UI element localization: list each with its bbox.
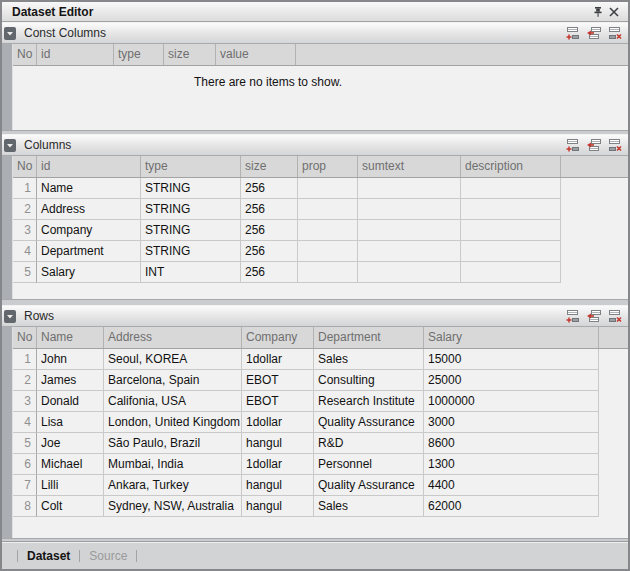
cell[interactable] [358, 199, 461, 220]
row-number-cell[interactable]: 3 [13, 220, 37, 241]
column-header[interactable]: Name [37, 327, 104, 348]
cell[interactable]: STRING [141, 178, 241, 199]
cell[interactable]: Donald [37, 391, 104, 412]
cell[interactable]: Ankara, Turkey [104, 475, 242, 496]
cell[interactable]: Sydney, NSW, Australia [104, 496, 242, 517]
column-header[interactable]: description [461, 156, 561, 177]
cell[interactable]: 1dollar [242, 454, 314, 475]
cell[interactable] [358, 241, 461, 262]
cell[interactable]: 256 [241, 241, 298, 262]
cell[interactable]: Michael [37, 454, 104, 475]
cell[interactable]: 25000 [424, 370, 599, 391]
cell[interactable]: 15000 [424, 349, 599, 370]
cell[interactable] [461, 262, 561, 283]
add-row-button[interactable] [564, 308, 582, 324]
cell[interactable]: Personnel [314, 454, 424, 475]
column-header[interactable]: id [37, 44, 114, 65]
column-header[interactable]: prop [298, 156, 358, 177]
cell[interactable]: EBOT [242, 391, 314, 412]
column-header[interactable]: No [13, 327, 37, 348]
cell[interactable] [358, 220, 461, 241]
cell[interactable] [298, 262, 358, 283]
cell[interactable]: 1000000 [424, 391, 599, 412]
cell[interactable]: Joe [37, 433, 104, 454]
cell[interactable]: Califonia, USA [104, 391, 242, 412]
cell[interactable]: Department [37, 241, 141, 262]
cell[interactable] [298, 220, 358, 241]
cell[interactable]: Barcelona, Spain [104, 370, 242, 391]
cell[interactable] [358, 262, 461, 283]
cell[interactable]: Mumbai, India [104, 454, 242, 475]
row-number-cell[interactable]: 4 [13, 241, 37, 262]
column-header[interactable]: Address [104, 327, 242, 348]
cell[interactable]: 1300 [424, 454, 599, 475]
cell[interactable]: Lisa [37, 412, 104, 433]
delete-row-button[interactable] [606, 25, 624, 41]
cell[interactable] [461, 199, 561, 220]
cell[interactable]: hangul [242, 496, 314, 517]
cell[interactable]: 8600 [424, 433, 599, 454]
cell[interactable]: hangul [242, 433, 314, 454]
cell[interactable]: 256 [241, 178, 298, 199]
cell[interactable]: Company [37, 220, 141, 241]
row-number-cell[interactable]: 5 [13, 262, 37, 283]
collapse-rows-button[interactable] [4, 310, 16, 323]
cell[interactable]: 3000 [424, 412, 599, 433]
insert-row-button[interactable] [585, 25, 603, 41]
tab-dataset[interactable]: Dataset [25, 549, 72, 563]
delete-row-button[interactable] [606, 308, 624, 324]
delete-row-button[interactable] [606, 137, 624, 153]
column-header[interactable]: No [13, 44, 37, 65]
close-button[interactable] [606, 4, 622, 19]
row-number-cell[interactable]: 2 [13, 199, 37, 220]
column-header[interactable]: Salary [424, 327, 599, 348]
cell[interactable]: 62000 [424, 496, 599, 517]
add-row-button[interactable] [564, 137, 582, 153]
cell[interactable] [461, 220, 561, 241]
column-header[interactable]: size [241, 156, 298, 177]
cell[interactable]: EBOT [242, 370, 314, 391]
cell[interactable]: Address [37, 199, 141, 220]
cell[interactable]: Salary [37, 262, 141, 283]
column-header[interactable]: type [114, 44, 164, 65]
cell[interactable] [298, 241, 358, 262]
cell[interactable]: Sales [314, 496, 424, 517]
column-header[interactable]: No [13, 156, 37, 177]
cell[interactable]: 1dollar [242, 412, 314, 433]
cell[interactable]: 256 [241, 220, 298, 241]
cell[interactable]: 256 [241, 199, 298, 220]
row-number-cell[interactable]: 3 [13, 391, 37, 412]
cell[interactable] [298, 199, 358, 220]
cell[interactable]: Lilli [37, 475, 104, 496]
cell[interactable]: James [37, 370, 104, 391]
row-number-cell[interactable]: 2 [13, 370, 37, 391]
row-number-cell[interactable]: 6 [13, 454, 37, 475]
row-number-cell[interactable]: 8 [13, 496, 37, 517]
pin-button[interactable] [590, 4, 606, 19]
column-header[interactable]: sumtext [358, 156, 461, 177]
cell[interactable]: STRING [141, 199, 241, 220]
cell[interactable]: Seoul, KOREA [104, 349, 242, 370]
cell[interactable] [298, 178, 358, 199]
cell[interactable]: London, United Kingdom [104, 412, 242, 433]
cell[interactable]: Quality Assurance [314, 475, 424, 496]
column-header[interactable]: Company [242, 327, 314, 348]
add-row-button[interactable] [564, 25, 582, 41]
cell[interactable]: Research Institute [314, 391, 424, 412]
cell[interactable]: Consulting [314, 370, 424, 391]
cell[interactable]: STRING [141, 220, 241, 241]
column-header[interactable]: id [37, 156, 141, 177]
cell[interactable]: 256 [241, 262, 298, 283]
cell[interactable] [461, 241, 561, 262]
cell[interactable]: 1dollar [242, 349, 314, 370]
cell[interactable]: hangul [242, 475, 314, 496]
cell[interactable]: São Paulo, Brazil [104, 433, 242, 454]
column-header[interactable]: size [164, 44, 216, 65]
cell[interactable]: 4400 [424, 475, 599, 496]
cell[interactable]: R&D [314, 433, 424, 454]
cell[interactable]: STRING [141, 241, 241, 262]
insert-row-button[interactable] [585, 137, 603, 153]
cell[interactable]: John [37, 349, 104, 370]
row-number-cell[interactable]: 7 [13, 475, 37, 496]
cell[interactable] [358, 178, 461, 199]
